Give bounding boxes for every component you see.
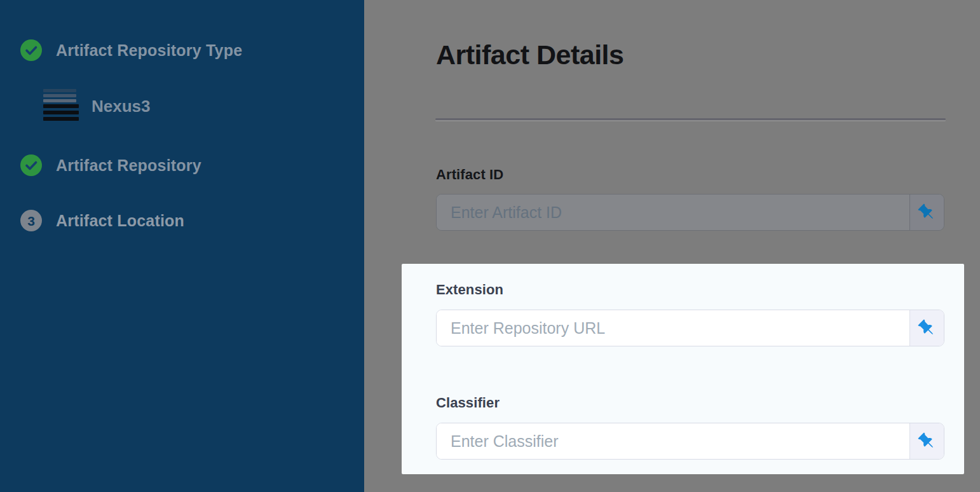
pin-icon	[915, 316, 939, 340]
sidebar-step-artifact-repository[interactable]: Artifact Repository	[20, 154, 201, 176]
extension-input[interactable]	[437, 310, 909, 346]
pin-icon	[915, 200, 939, 224]
pin-icon	[915, 429, 939, 453]
classifier-label: Classifier	[436, 395, 944, 411]
check-circle-icon	[20, 39, 42, 61]
nexus3-icon	[43, 89, 79, 123]
tour-highlight-panel: Extension Classifier	[402, 264, 964, 474]
pin-button[interactable]	[909, 423, 944, 459]
pin-button[interactable]	[909, 195, 944, 230]
check-circle-icon	[20, 154, 42, 176]
sidebar-step-artifact-repository-type[interactable]: Artifact Repository Type	[20, 39, 242, 61]
sidebar-step-artifact-location[interactable]: 3 Artifact Location	[20, 210, 184, 231]
page-title: Artifact Details	[436, 39, 623, 71]
artifact-id-input-wrap	[436, 194, 944, 231]
selected-repo-type-nexus3[interactable]: Nexus3	[43, 89, 151, 123]
classifier-input[interactable]	[437, 423, 909, 459]
step-number-badge: 3	[20, 210, 42, 231]
step-label: Artifact Repository	[56, 156, 201, 175]
artifact-id-label: Artifact ID	[436, 167, 944, 183]
field-group-classifier: Classifier	[436, 395, 944, 460]
step-label: Artifact Repository Type	[56, 41, 242, 60]
artifact-wizard-screen: Artifact Repository Type Nexus3 Artifact…	[0, 0, 980, 492]
field-group-extension: Extension	[436, 282, 944, 346]
artifact-details-panel: Artifact Details Artifact ID Extension	[364, 0, 980, 492]
step-label: Artifact Location	[56, 212, 184, 230]
extension-input-wrap	[436, 310, 944, 346]
classifier-input-wrap	[436, 423, 944, 460]
section-divider	[435, 118, 946, 120]
selected-repo-type-label: Nexus3	[92, 97, 151, 116]
field-group-artifact-id: Artifact ID	[436, 167, 944, 231]
extension-label: Extension	[436, 282, 944, 298]
wizard-steps-sidebar: Artifact Repository Type Nexus3 Artifact…	[0, 0, 364, 492]
artifact-id-input[interactable]	[437, 195, 909, 230]
pin-button[interactable]	[909, 310, 944, 346]
